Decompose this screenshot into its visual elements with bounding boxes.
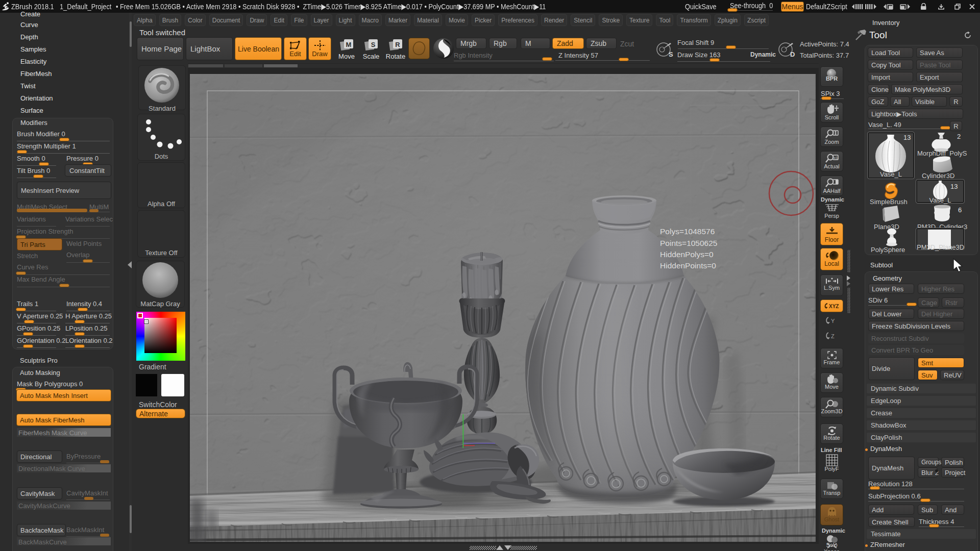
svg-text:M: M bbox=[346, 41, 352, 48]
svg-text:D: D bbox=[790, 51, 795, 58]
svg-text:x1: x1 bbox=[834, 156, 838, 160]
svg-text:Points=1050625: Points=1050625 bbox=[660, 239, 717, 247]
svg-text:R: R bbox=[395, 41, 400, 48]
svg-text:Polys=1048576: Polys=1048576 bbox=[660, 227, 715, 236]
svg-text:XYZ: XYZ bbox=[829, 304, 839, 309]
svg-text:S: S bbox=[371, 41, 376, 48]
svg-text:S: S bbox=[669, 51, 673, 58]
svg-text:HiddenPolys=0: HiddenPolys=0 bbox=[660, 250, 714, 259]
svg-text:Z: Z bbox=[831, 333, 835, 339]
svg-text:HiddenPoints=0: HiddenPoints=0 bbox=[660, 261, 716, 270]
svg-text:Y: Y bbox=[831, 318, 835, 324]
